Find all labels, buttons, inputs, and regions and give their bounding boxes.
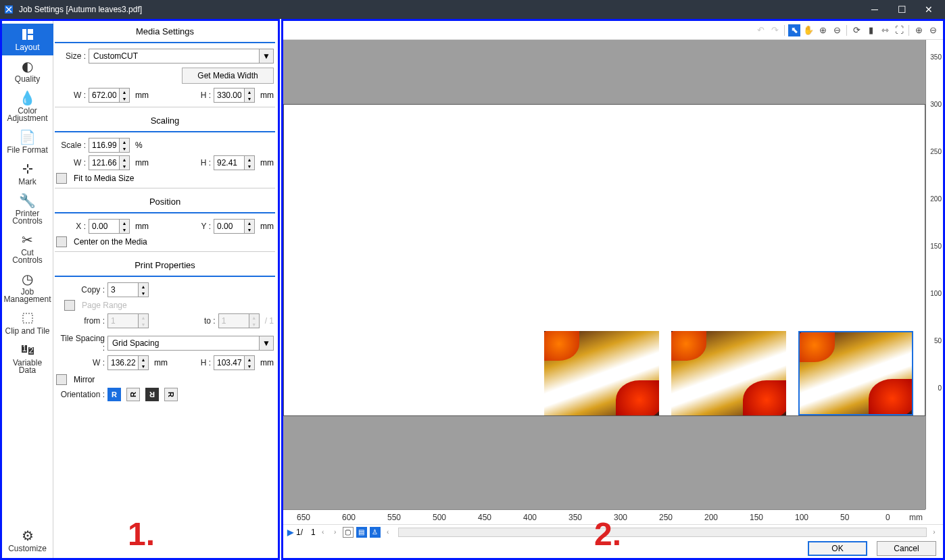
pointer-tool-icon[interactable]: ⬉	[788, 24, 800, 36]
copy-input[interactable]: ▲▼	[107, 282, 149, 297]
maximize-button[interactable]: ☐	[888, 0, 915, 19]
tab-color-label: Color Adjustment	[7, 106, 47, 123]
redo-icon[interactable]: ↷	[769, 24, 781, 36]
tab-clip-and-tile[interactable]: Clip and Tile	[2, 307, 53, 339]
mark-icon	[2, 161, 53, 177]
page-to-input: ▲▼	[218, 313, 260, 328]
preview-canvas[interactable]: Imagine ▬ Roland Imagine ▬ Roland Imagin…	[283, 40, 925, 509]
minus-icon[interactable]: ⊖	[927, 24, 939, 36]
tab-layout[interactable]: Layout	[2, 24, 53, 55]
media-width-input[interactable]: ▲▼	[89, 88, 130, 103]
scissors-icon: ✂	[2, 232, 53, 248]
page-indicator-icon: ▶	[287, 528, 293, 537]
center-on-media-label: Center on the Media	[74, 237, 147, 247]
tab-file-format[interactable]: 📄File Format	[2, 126, 53, 158]
unit-mm: mm	[260, 158, 274, 168]
tab-strip: Layout ◐Quality 💧Color Adjustment 📄File …	[2, 21, 53, 558]
tab-layout-label: Layout	[15, 43, 39, 52]
horizontal-scrollbar[interactable]	[398, 528, 927, 537]
hand-tool-icon[interactable]: ✋	[802, 24, 815, 36]
zoom-out-icon[interactable]: ⊖	[831, 24, 843, 36]
tile-h-label: H :	[193, 358, 211, 367]
media-height-input[interactable]: ▲▼	[214, 88, 255, 103]
fit-vertical-icon[interactable]: ▮	[865, 24, 877, 36]
tile-spacing-select[interactable]: Grid Spacing▼	[107, 336, 274, 351]
tab-color-adjustment[interactable]: 💧Color Adjustment	[2, 87, 53, 126]
annotation-2: 2.	[594, 515, 621, 553]
tab-cut-label: Cut Controls	[12, 248, 43, 265]
scroll-right-button[interactable]: ›	[929, 528, 939, 537]
refresh-icon[interactable]: ⟳	[850, 24, 863, 36]
center-on-media-checkbox[interactable]	[56, 236, 67, 247]
size-label: Size :	[56, 51, 86, 61]
preview-copy-2[interactable]: Imagine ▬ Roland	[671, 331, 786, 415]
window-title: Job Settings [Autumn leaves3.pdf]	[19, 5, 142, 14]
close-button[interactable]: ✕	[915, 0, 942, 19]
clock-icon: ◷	[2, 271, 53, 287]
gear-icon: ⚙	[2, 528, 53, 544]
to-label: to :	[186, 316, 216, 326]
plus-icon[interactable]: ⊕	[913, 24, 925, 36]
svg-rect-3	[23, 313, 32, 323]
page-prev-button[interactable]: ‹	[318, 528, 328, 537]
from-label: from :	[56, 316, 105, 326]
tab-customize-label: Customize	[8, 544, 47, 553]
tab-quality[interactable]: ◐Quality	[2, 55, 53, 87]
orientation-rotate180[interactable]: R	[145, 388, 159, 401]
scale-input[interactable]: ▲▼	[89, 138, 130, 153]
undo-icon[interactable]: ↶	[754, 24, 767, 36]
tab-mark[interactable]: Mark	[2, 158, 53, 190]
tab-quality-label: Quality	[15, 74, 40, 84]
page-range-checkbox[interactable]	[64, 300, 75, 311]
scale-w-label: W :	[56, 158, 86, 168]
tab-jobmgmt-label: Job Management	[3, 287, 51, 304]
fit-screen-icon[interactable]: ⛶	[893, 24, 905, 36]
ok-button[interactable]: OK	[808, 541, 867, 556]
scale-width-input[interactable]: ▲▼	[89, 155, 130, 170]
tab-customize[interactable]: ⚙Customize	[2, 525, 53, 557]
cancel-button[interactable]: Cancel	[877, 541, 936, 556]
tab-clip-label: Clip and Tile	[5, 326, 49, 336]
orientation-rotate90[interactable]: R	[126, 388, 140, 401]
tab-printer-controls[interactable]: 🔧Printer Controls	[2, 190, 53, 229]
tab-variable-data[interactable]: 12Variable Data	[2, 339, 53, 378]
tab-cut-controls[interactable]: ✂Cut Controls	[2, 229, 53, 268]
mirror-checkbox[interactable]	[56, 374, 67, 385]
svg-text:2: 2	[28, 346, 33, 355]
tile-height-input[interactable]: ▲▼	[214, 355, 255, 370]
orientation-rotate270[interactable]: R	[164, 388, 178, 401]
svg-rect-0	[22, 29, 26, 40]
view-mode-fill[interactable]: ▤	[356, 527, 367, 538]
pos-x-input[interactable]: ▲▼	[89, 219, 130, 234]
preview-copy-3-selected[interactable]: Imagine ▬ Roland	[798, 331, 913, 415]
copy-label: Copy :	[56, 285, 105, 295]
media-w-label: W :	[56, 91, 86, 100]
tab-job-management[interactable]: ◷Job Management	[2, 268, 53, 307]
pos-y-input[interactable]: ▲▼	[214, 219, 255, 234]
scroll-left-button[interactable]: ‹	[383, 528, 393, 537]
wrench-icon: 🔧	[2, 193, 53, 209]
size-select[interactable]: CustomCUT▼	[89, 49, 274, 63]
page-from-input: ▲▼	[107, 313, 149, 328]
tab-vardata-label: Variable Data	[13, 358, 42, 375]
get-media-width-button[interactable]: Get Media Width	[182, 68, 274, 84]
orientation-normal[interactable]: R	[107, 388, 121, 401]
view-mode-outline[interactable]: ▢	[343, 527, 354, 538]
svg-rect-2	[28, 35, 33, 40]
fit-horizontal-icon[interactable]: ⇿	[879, 24, 891, 36]
page-next-button[interactable]: ›	[331, 528, 340, 537]
minimize-button[interactable]: ─	[861, 0, 888, 19]
fit-to-media-checkbox[interactable]	[56, 173, 67, 184]
page-of-label: / 1	[265, 316, 274, 326]
view-mode-user[interactable]: ♙	[370, 527, 381, 538]
annotation-1: 1.	[128, 515, 155, 553]
scale-height-input[interactable]: ▲▼	[214, 155, 255, 170]
tile-width-input[interactable]: ▲▼	[107, 355, 149, 370]
tile-w-label: W :	[56, 358, 105, 367]
size-select-value: CustomCUT	[89, 49, 260, 63]
preview-copy-1[interactable]: Imagine ▬ Roland	[544, 331, 659, 415]
tile-icon	[2, 310, 53, 326]
zoom-in-icon[interactable]: ⊕	[817, 24, 829, 36]
tab-printer-label: Printer Controls	[12, 209, 43, 226]
chevron-down-icon: ▼	[260, 338, 273, 348]
